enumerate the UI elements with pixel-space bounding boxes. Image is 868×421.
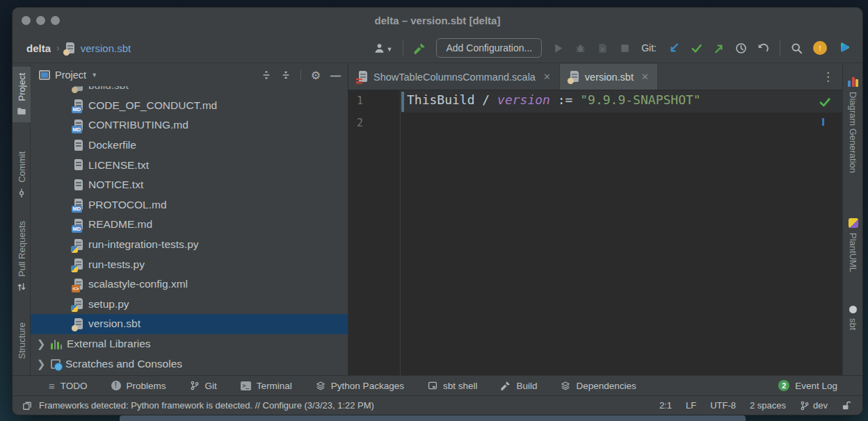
tree-item[interactable]: run-integration-tests.py: [31, 235, 348, 255]
vcs-change-marker: [401, 92, 404, 112]
tree-item[interactable]: MD CODE_OF_CONDUCT.md: [31, 96, 348, 116]
tab-version-sbt[interactable]: version.sbt ✕: [560, 64, 658, 90]
tool-stripe-diagram-generation[interactable]: Diagram Generation: [843, 76, 863, 173]
build-hammer-icon[interactable]: [414, 42, 426, 54]
code-token-string: "9.9.9-SNAPSHOT": [580, 92, 700, 107]
chevron-down-icon[interactable]: ▼: [91, 72, 97, 79]
tool-stripe-pull-requests[interactable]: Pull Requests: [13, 221, 31, 292]
tool-button-problems[interactable]: ! Problems: [111, 381, 166, 391]
add-configuration-button[interactable]: Add Configuration...: [436, 38, 542, 58]
git-push-icon[interactable]: [713, 42, 725, 54]
tree-item[interactable]: setup.py: [31, 295, 348, 315]
indent-setting[interactable]: 2 spaces: [750, 400, 786, 411]
unlocked-padlock-icon[interactable]: [842, 401, 851, 411]
tree-item[interactable]: MD README.md: [31, 215, 348, 235]
tree-item[interactable]: ❯ Scratches and Consoles: [31, 354, 348, 374]
sbt-file-icon: [570, 71, 579, 83]
tab-options-kebab-icon[interactable]: ⋮: [822, 69, 842, 84]
tree-item-label: External Libraries: [67, 338, 151, 350]
tool-button-label: Problems: [127, 381, 166, 391]
scratches-icon: [51, 359, 61, 369]
tool-button-sbt-shell[interactable]: sbt shell: [428, 381, 478, 391]
chevron-down-icon: ▼: [387, 46, 393, 53]
zoom-window-button[interactable]: [51, 16, 60, 25]
git-branch-icon: [800, 401, 810, 411]
tool-stripe-label: Project: [17, 73, 27, 101]
tree-item[interactable]: MD PROTOCOL.md: [31, 195, 348, 215]
git-branch-widget[interactable]: dev: [800, 400, 828, 411]
inspections-ok-check-icon[interactable]: [819, 96, 831, 108]
hide-panel-icon[interactable]: —: [330, 69, 341, 81]
tool-stripe-sbt[interactable]: sbt: [843, 306, 863, 330]
git-update-icon[interactable]: [668, 42, 680, 54]
tree-item[interactable]: build.sbt: [31, 86, 348, 96]
tree-item-label: CONTRIBUTING.md: [88, 119, 188, 131]
rollback-undo-icon[interactable]: [757, 42, 769, 54]
debug-button: [574, 42, 586, 54]
tool-stripe-structure[interactable]: Structure: [13, 322, 31, 359]
status-message[interactable]: Frameworks detected: Python framework is…: [39, 400, 374, 411]
search-everywhere-icon[interactable]: [791, 42, 803, 54]
folder-icon: [17, 106, 26, 116]
tab-showtablecolumnscommand[interactable]: ShowTableColumnsCommand.scala ✕: [348, 64, 560, 90]
code-token-plain: :=: [550, 92, 580, 107]
toolbar-actions: ▼ Add Configuration... Git: ↑: [373, 38, 851, 58]
editor-body[interactable]: 1 2 ThisBuild / version := "9.9.9-SNAPSH…: [348, 90, 842, 375]
caret-position[interactable]: 2:1: [659, 400, 672, 411]
chevron-right-icon[interactable]: ❯: [36, 338, 46, 350]
tool-stripe-commit[interactable]: Commit: [13, 151, 31, 198]
tree-item[interactable]: <> scalastyle-config.xml: [31, 274, 348, 295]
sbt-file-icon: [74, 318, 83, 330]
expand-all-icon[interactable]: [262, 70, 271, 80]
tool-stripe-project[interactable]: Project: [13, 67, 31, 122]
markdown-file-icon: MD: [74, 99, 83, 111]
ide-update-notification-icon[interactable]: ↑: [813, 41, 827, 55]
tree-item-label: setup.py: [88, 298, 129, 311]
tree-item-label: build.sbt: [88, 86, 129, 92]
tree-item[interactable]: Dockerfile: [31, 135, 348, 156]
tool-button-event-log[interactable]: 2 Event Log: [778, 380, 837, 391]
terminal-icon: >_: [241, 381, 251, 390]
breadcrumb-file[interactable]: version.sbt: [81, 42, 131, 54]
tool-button-git[interactable]: Git: [190, 381, 217, 391]
collapse-all-icon[interactable]: [281, 70, 291, 80]
python-file-icon: [74, 239, 83, 251]
line-separator[interactable]: LF: [686, 400, 696, 411]
tool-button-python-packages[interactable]: Python Packages: [316, 381, 404, 391]
close-tab-icon[interactable]: ✕: [641, 72, 649, 82]
tool-stripe-plantuml[interactable]: PlantUML: [843, 218, 863, 272]
tool-button-terminal[interactable]: >_ Terminal: [241, 381, 292, 391]
tool-button-todo[interactable]: ≡ TODO: [49, 380, 88, 392]
history-clock-icon[interactable]: [735, 42, 747, 54]
branch-name: dev: [813, 400, 828, 411]
tool-button-dependencies[interactable]: Dependencies: [561, 381, 636, 391]
gear-icon[interactable]: ⚙: [311, 69, 321, 82]
tool-button-build[interactable]: Build: [501, 381, 537, 391]
tool-window-layout-icon[interactable]: [22, 401, 32, 411]
tree-item-label: NOTICE.txt: [88, 179, 143, 191]
git-commit-check-icon[interactable]: [691, 42, 702, 54]
code-with-me-gradient-icon[interactable]: [837, 41, 851, 55]
close-tab-icon[interactable]: ✕: [543, 72, 551, 82]
tree-item[interactable]: run-tests.py: [31, 254, 348, 274]
tree-item[interactable]: NOTICE.txt: [31, 175, 348, 195]
file-encoding[interactable]: UTF-8: [710, 400, 736, 411]
run-button: [552, 42, 564, 54]
project-panel-title[interactable]: Project: [55, 69, 86, 81]
editor-gutter: 1 2: [348, 90, 401, 375]
main-area: Project Commit Pull Requests Structure: [13, 64, 862, 375]
tab-label: ShowTableColumnsCommand.scala: [373, 72, 536, 83]
chevron-right-icon[interactable]: ❯: [36, 358, 46, 370]
minimize-window-button[interactable]: [36, 16, 45, 25]
toolbar-divider: [403, 40, 403, 56]
line-number: 2: [357, 117, 385, 129]
profile-button[interactable]: ▼: [373, 42, 393, 54]
tree-item[interactable]: LICENSE.txt: [31, 155, 348, 175]
tree-item-selected[interactable]: version.sbt: [31, 314, 348, 334]
close-window-button[interactable]: [22, 16, 31, 25]
left-tool-stripe: Project Commit Pull Requests Structure: [13, 64, 31, 375]
tree-item[interactable]: ❯ External Libraries: [31, 334, 348, 354]
tree-item[interactable]: MD CONTRIBUTING.md: [31, 115, 348, 135]
code-line[interactable]: ThisBuild / version := "9.9.9-SNAPSHOT": [407, 92, 701, 107]
breadcrumb-project[interactable]: delta: [26, 42, 51, 54]
